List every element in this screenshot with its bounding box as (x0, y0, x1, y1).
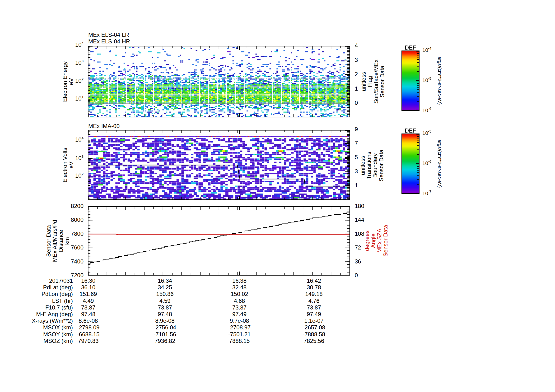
els-right-axis-label-line: Flag (367, 59, 373, 104)
table-value: 34.25 (134, 284, 196, 291)
table-value: 97.49 (209, 311, 270, 317)
ima-right-axis-label-line: Transitions (366, 150, 372, 181)
els-spectrogram-panel-canvas (88, 46, 350, 117)
ima-spectrogram-panel-canvas (88, 130, 350, 200)
exponent: 2 (82, 172, 84, 176)
table-value: -7888.58 (283, 331, 345, 337)
table-value: 150.86 (134, 291, 196, 297)
table-value: 1.1e-07 (283, 318, 345, 324)
exponent: -5 (428, 129, 431, 133)
sza-right-axis-label-line: Angle (370, 225, 376, 256)
sza-right-axis-label: degreesAngleMEx SZASensor Data (364, 225, 389, 256)
ephemeris-y-axis-label-line: Distance (58, 220, 64, 262)
table-value: 30.78 (283, 284, 345, 291)
ima-y-axis-label-line: eV (68, 148, 74, 183)
els-right-axis-label-line: unitless (361, 59, 367, 104)
colorbar-1-title: DEF (402, 128, 419, 134)
table-value: -6688.15 (58, 331, 119, 337)
table-value: 7888.15 (209, 338, 270, 344)
ima-right-axis-label-line: Sensor Data (378, 150, 384, 181)
table-value: 97.48 (134, 311, 196, 317)
table-value: -2798.09 (58, 324, 119, 331)
colorbar-0-tick-label: 10-6 (422, 108, 431, 113)
els-left-tick-label: 104 (53, 42, 84, 48)
colorbar-1-tick-label: 10-7 (422, 191, 431, 196)
table-value: 73.87 (134, 305, 196, 311)
colorbar-1-units: ergs/(cm**2-sr-sec-eV) (437, 139, 442, 188)
colorbar-1-tick-label: 10-5 (422, 130, 431, 136)
els-right-axis-label-line: Sun/Surface/MEx (373, 59, 379, 104)
table-value: -7501.21 (209, 331, 270, 337)
els-title-hr: MEx ELS-04 HR (88, 38, 130, 45)
ima-y-axis-label: Electron VoltseV (62, 148, 74, 183)
ima-right-axis-label: unitlessTransitionsBoundarySensor Data (360, 150, 384, 181)
exponent: 1 (82, 95, 84, 99)
els-right-axis-label-line: Sensor Data (379, 59, 385, 104)
table-value: 73.87 (209, 305, 270, 311)
colorbar-1-tick-label: 10-6 (422, 161, 431, 166)
table-value: 73.87 (283, 305, 345, 311)
colorbar-0-title: DEF (402, 45, 419, 51)
ephemeris-right-tick-label: 36 (355, 258, 374, 265)
table-value: 16:30 (58, 278, 119, 284)
table-value: 150.02 (209, 291, 270, 297)
exponent: -6 (428, 159, 431, 163)
exponent: 2 (82, 77, 84, 81)
exponent: 4 (82, 41, 84, 45)
ephemeris-right-tick-label: 0 (355, 272, 374, 278)
table-value: 151.69 (58, 291, 119, 297)
ephemeris-right-tick-label: 144 (355, 217, 374, 223)
ima-left-tick-label: 104 (53, 137, 84, 143)
table-value: 73.87 (58, 305, 119, 311)
table-value: 9.7e-08 (209, 318, 270, 324)
exponent: -4 (428, 46, 431, 50)
els-spectrogram-panel (88, 46, 350, 117)
ima-y-axis-label-line: Electron Volts (62, 148, 68, 183)
ephemeris-left-tick-label: 8200 (53, 203, 84, 209)
ima-right-axis-label-line: unitless (360, 150, 366, 181)
table-value: 16:34 (134, 278, 196, 284)
ephemeris-line-panel-canvas (88, 206, 350, 276)
ephemeris-y-axis-label-line: Sensor Data (45, 220, 52, 262)
table-value: -2708.97 (209, 324, 270, 331)
table-value: 4.49 (58, 298, 119, 304)
exponent: -5 (428, 76, 431, 80)
ephemeris-line-panel (88, 206, 350, 276)
ima-spectrogram-panel (88, 130, 350, 200)
exponent: 4 (82, 136, 84, 140)
colorbar-1-canvas (402, 134, 419, 194)
colorbar-0-units: ergs/(cm**2-sr-sec-eV) (437, 57, 442, 105)
ephemeris-y-axis-label: Sensor DataMEx Alt/Mars/PdDistancekm (45, 220, 70, 262)
table-value: 149.18 (283, 291, 345, 297)
exponent: 3 (82, 154, 84, 158)
table-value: 4.59 (134, 298, 196, 304)
sza-right-axis-label-line: MEx SZA (376, 225, 382, 256)
els-title-lr: MEx ELS-04 LR (88, 32, 129, 38)
table-value: 36.10 (58, 284, 119, 291)
mex-data-figure: MEx ELS-04 LR MEx ELS-04 HR MEx IMA-00 1… (0, 0, 555, 392)
ephemeris-y-axis-label-line: MEx Alt/Mars/Pd (52, 220, 58, 262)
table-value: 8.6e-08 (58, 318, 119, 324)
els-right-tick-label: 4 (355, 43, 374, 49)
exponent: 3 (82, 59, 84, 63)
colorbar-0 (402, 50, 419, 111)
exponent: -6 (428, 107, 431, 111)
table-value: -7101.56 (134, 331, 196, 337)
colorbar-1 (402, 134, 419, 194)
ima-right-tick-label: 9 (355, 126, 374, 132)
table-value: 97.49 (283, 311, 345, 317)
colorbar-0-canvas (402, 50, 419, 111)
table-value: -2756.04 (134, 324, 196, 331)
exponent: -7 (428, 189, 431, 193)
table-value: 7970.83 (58, 338, 119, 344)
sza-right-axis-label-line: Sensor Data (382, 225, 389, 256)
ephemeris-right-tick-label: 180 (355, 203, 374, 209)
ima-right-axis-label-line: Boundary (372, 150, 378, 181)
table-value: 7936.82 (134, 338, 196, 344)
table-value: 97.48 (58, 311, 119, 317)
table-value: 7825.56 (283, 338, 345, 344)
table-value: 8.9e-08 (134, 318, 196, 324)
els-right-axis-label: unitlessFlagSun/Surface/MExSensor Data (361, 59, 385, 104)
els-y-axis-label-line: eV (68, 61, 74, 102)
table-value: -2657.08 (283, 324, 345, 331)
